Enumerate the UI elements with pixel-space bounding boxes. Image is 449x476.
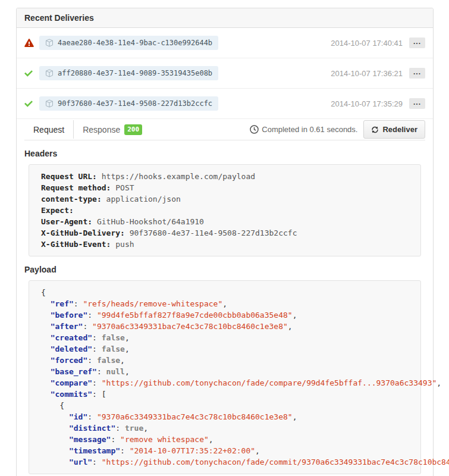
header-value: application/json (106, 195, 181, 203)
header-line: Request method: POST (41, 182, 409, 193)
delivery-menu-button[interactable]: ... (409, 37, 425, 48)
delivery-timestamp: 2014-10-07 17:40:41 (331, 39, 403, 48)
header-line: User-Agent: GitHub-Hookshot/64a1910 (41, 216, 409, 227)
response-status-badge: 200 (124, 124, 142, 135)
check-icon (24, 69, 35, 77)
delivery-menu-button[interactable]: ... (409, 98, 425, 109)
header-key: X-GitHub-Event: (41, 240, 111, 249)
headers-box: Request URL: https://hooks.example.com/p… (29, 164, 421, 256)
header-key: User-Agent: (41, 217, 92, 226)
header-value: https://hooks.example.com/payload (102, 172, 255, 181)
header-key: Expect: (41, 206, 74, 215)
check-icon (24, 99, 35, 108)
header-line: X-GitHub-Delivery: 90f37680-4e37-11e4-95… (41, 227, 409, 239)
sync-icon (371, 126, 379, 134)
completed-text: Completed in 0.61 seconds. (262, 125, 357, 134)
alert-icon (24, 38, 35, 48)
delivery-menu-button[interactable]: ... (409, 68, 425, 79)
delivery-detail-tabs: Request Response 200 Completed in 0.61 s… (24, 119, 425, 140)
header-value: GitHub-Hookshot/64a1910 (97, 217, 204, 226)
header-line: Request URL: https://hooks.example.com/p… (41, 171, 409, 182)
header-line: Expect: (41, 205, 409, 216)
delivery-timestamp: 2014-10-07 17:35:29 (331, 99, 403, 108)
delivery-uuid: 90f37680-4e37-11e4-9508-227d13b2ccfc (58, 99, 212, 108)
delivery-uuid-badge: aff20880-4e37-11e4-9089-35319435e08b (39, 66, 218, 80)
header-key: Request method: (41, 183, 111, 192)
header-value: push (115, 240, 134, 249)
header-value: 90f37680-4e37-11e4-9508-227d13b2ccfc (130, 228, 297, 237)
tab-request[interactable]: Request (24, 125, 73, 134)
delivery-row[interactable]: 4aeae280-4e38-11e4-9bac-c130e992644b 201… (17, 28, 433, 58)
redeliver-label: Redeliver (382, 125, 417, 134)
redeliver-button[interactable]: Redeliver (363, 120, 425, 139)
panel-title: Recent Deliveries (17, 8, 433, 28)
tab-response[interactable]: Response 200 (74, 124, 151, 135)
payload-title: Payload (24, 265, 425, 274)
delivery-row[interactable]: aff20880-4e37-11e4-9089-35319435e08b 201… (17, 58, 433, 89)
delivery-timestamp: 2014-10-07 17:36:21 (331, 69, 403, 78)
delivery-uuid: aff20880-4e37-11e4-9089-35319435e08b (58, 69, 212, 77)
completed-status: Completed in 0.61 seconds. (250, 125, 357, 134)
header-line: X-GitHub-Event: push (41, 239, 409, 250)
header-value: POST (115, 183, 134, 192)
payload-json: { "ref": "refs/heads/remove-whitespace",… (29, 280, 421, 474)
header-key: X-GitHub-Delivery: (41, 228, 125, 237)
clock-icon (250, 125, 259, 134)
header-key: Request URL: (41, 172, 97, 181)
recent-deliveries-panel: Recent Deliveries 4aeae280-4e38-11e4-9ba… (16, 8, 434, 476)
delivery-row[interactable]: 90f37680-4e37-11e4-9508-227d13b2ccfc 201… (17, 89, 433, 119)
delivery-uuid: 4aeae280-4e38-11e4-9bac-c130e992644b (58, 39, 212, 47)
delivery-uuid-badge: 90f37680-4e37-11e4-9508-227d13b2ccfc (39, 96, 218, 111)
header-key: content-type: (41, 195, 102, 203)
header-line: content-type: application/json (41, 193, 409, 205)
headers-title: Headers (24, 149, 425, 158)
package-icon (45, 99, 54, 108)
package-icon (45, 39, 54, 47)
delivery-uuid-badge: 4aeae280-4e38-11e4-9bac-c130e992644b (39, 36, 218, 50)
package-icon (45, 69, 54, 77)
